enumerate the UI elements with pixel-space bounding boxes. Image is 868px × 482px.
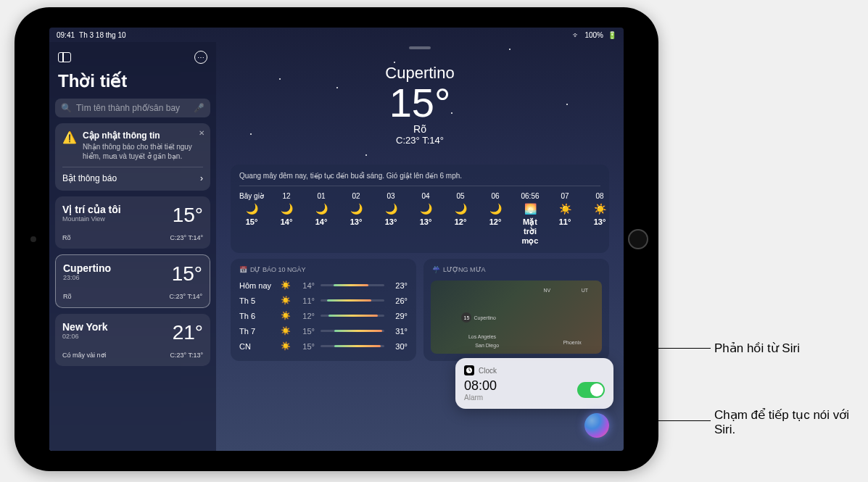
hour-item: 05 🌙 12° (448, 192, 473, 246)
city-card-cupertino[interactable]: Cupertino 23:06 15° Rõ C:23° T:14° (55, 254, 210, 308)
city-temp: 15° (173, 204, 203, 227)
chevron-right-icon: › (200, 173, 203, 183)
drag-handle[interactable] (409, 46, 431, 49)
precipitation-card[interactable]: ☔ LƯỢNG MƯA NV UT 15 Cupertino Los Angel… (423, 259, 609, 361)
map-label: Los Angeles (468, 334, 496, 339)
temp-range-bar (321, 330, 384, 332)
day-high: 29° (390, 312, 408, 320)
search-icon: 🔍 (61, 103, 72, 113)
hour-label: Bây giờ (239, 192, 264, 200)
weather-icon: ☀️ (280, 341, 292, 351)
hour-temp: 14° (315, 217, 328, 226)
home-button[interactable] (628, 229, 648, 249)
mic-icon[interactable]: 🎤 (194, 103, 204, 113)
alert-body: Nhận thông báo cho thời tiết nguy hiểm, … (83, 142, 203, 161)
weather-icon: ☀️ (280, 296, 292, 305)
temp-range-bar (321, 315, 384, 317)
weather-alert-card: ✕ ⚠️ Cập nhật thông tin Nhận thông báo c… (55, 123, 210, 191)
more-icon[interactable]: ⋯ (194, 51, 207, 64)
city-name: Cupertino (63, 262, 111, 274)
hero-range: C:23° T:14° (231, 135, 609, 146)
hour-temp: 13° (420, 217, 432, 226)
forecast-day-row: CN ☀️ 15° 30° (239, 338, 408, 354)
city-card-my-location[interactable]: Vị trí của tôi Mountain View 15° Rõ C:23… (55, 196, 210, 249)
rain-header: LƯỢNG MƯA (443, 266, 486, 273)
hour-label: 02 (352, 192, 360, 200)
day-low: 15° (297, 327, 315, 336)
callout-line (631, 348, 711, 349)
alarm-label: Alarm (464, 394, 497, 402)
city-condition: Có mây vài nơi (62, 352, 107, 359)
hour-temp: 14° (281, 217, 293, 226)
map-label: Cupertino (474, 315, 495, 320)
hour-label: 05 (456, 192, 464, 200)
weather-icon: ☀️ (559, 203, 571, 215)
day-name: Th 5 (239, 296, 274, 305)
weather-icon: 🌙 (246, 203, 258, 215)
hour-label: 03 (387, 192, 394, 200)
temp-range-bar (321, 345, 384, 347)
alert-icon: ⚠️ (62, 130, 77, 145)
clock-app-icon (464, 365, 474, 375)
hourly-row[interactable]: Bây giờ 🌙 15°12 🌙 14°01 🌙 14°02 🌙 13°03 … (239, 192, 600, 246)
weather-icon: 🌙 (350, 203, 363, 215)
alarm-toggle[interactable] (577, 382, 605, 398)
sidebar-toggle-icon[interactable] (58, 52, 71, 62)
enable-notifications-button[interactable]: Bật thông báo › (62, 167, 203, 183)
screen: 09:41 Th 3 18 thg 10 ᯤ 100% 🔋 ⋯ Thời tiế… (49, 28, 624, 451)
hour-label: 08 (595, 192, 603, 200)
umbrella-icon: ☔ (432, 266, 440, 273)
day-high: 31° (390, 327, 408, 336)
siri-orb-button[interactable] (584, 413, 609, 438)
siri-response-bubble[interactable]: Clock 08:00 Alarm (455, 358, 613, 409)
search-input[interactable]: 🔍 Tìm tên thành phố/sân bay 🎤 (55, 99, 210, 117)
city-name: New York (62, 321, 108, 333)
city-sublabel: Mountain View (62, 215, 121, 223)
city-range: C:23° T:14° (169, 293, 202, 300)
battery-percent: 100% (584, 31, 603, 39)
day-high: 23° (390, 281, 408, 290)
city-sublabel: 02:06 (62, 333, 108, 340)
forecast-day-row: Th 7 ☀️ 15° 31° (239, 323, 408, 338)
temp-range-bar (321, 284, 384, 286)
hour-label: 04 (421, 192, 429, 200)
city-sublabel: 23:06 (63, 274, 111, 281)
hourly-forecast-card[interactable]: Quang mây đêm nay, tiếp tục đến buổi sán… (231, 165, 609, 253)
callout-siri-response: Phản hồi từ Siri (714, 341, 800, 356)
alarm-time: 08:00 (464, 378, 497, 394)
day-high: 26° (390, 296, 408, 305)
city-name: Vị trí của tôi (62, 204, 121, 215)
hour-label: 01 (317, 192, 325, 200)
close-icon[interactable]: ✕ (199, 129, 204, 137)
map-pin-badge: 15 (461, 312, 471, 323)
hour-item: Bây giờ 🌙 15° (239, 192, 264, 246)
hour-temp: 11° (559, 217, 571, 226)
hour-item: 04 🌙 13° (413, 192, 438, 246)
precipitation-map[interactable]: NV UT 15 Cupertino Los Angeles San Diego… (431, 281, 602, 354)
hour-item: 07 ☀️ 11° (553, 192, 577, 246)
map-label: Phoenix (563, 340, 581, 345)
day-name: CN (239, 342, 274, 351)
callout-tap-siri: Chạm để tiếp tục nói với Siri. (714, 407, 859, 437)
hour-item: 06 🌙 12° (483, 192, 508, 246)
calendar-icon: 📅 (239, 266, 247, 273)
temp-range-bar (321, 299, 384, 302)
hour-item: 01 🌙 14° (309, 192, 334, 246)
hour-temp: 12° (455, 217, 467, 226)
weather-icon: ☀️ (594, 203, 606, 215)
map-label: NV (543, 288, 550, 293)
day-name: Th 6 (239, 312, 274, 320)
day-low: 11° (297, 296, 315, 305)
sidebar-title: Thời tiết (55, 67, 210, 96)
weather-icon: ☀️ (280, 281, 292, 290)
hour-label: 07 (561, 192, 569, 200)
city-temp: 15° (172, 262, 202, 286)
hour-label: 06 (491, 192, 499, 200)
weather-icon: 🌅 (524, 203, 537, 215)
city-card-new-york[interactable]: New York 02:06 21° Có mây vài nơi C:23° … (55, 314, 210, 366)
ten-day-forecast-card[interactable]: 📅 DỰ BÁO 10 NGÀY Hôm nay ☀️ 14° 23°Th 5 … (231, 259, 416, 361)
hour-temp: 13° (385, 217, 397, 226)
day-low: 12° (297, 312, 315, 320)
wifi-icon: ᯤ (573, 31, 580, 39)
map-label: UT (582, 288, 588, 293)
